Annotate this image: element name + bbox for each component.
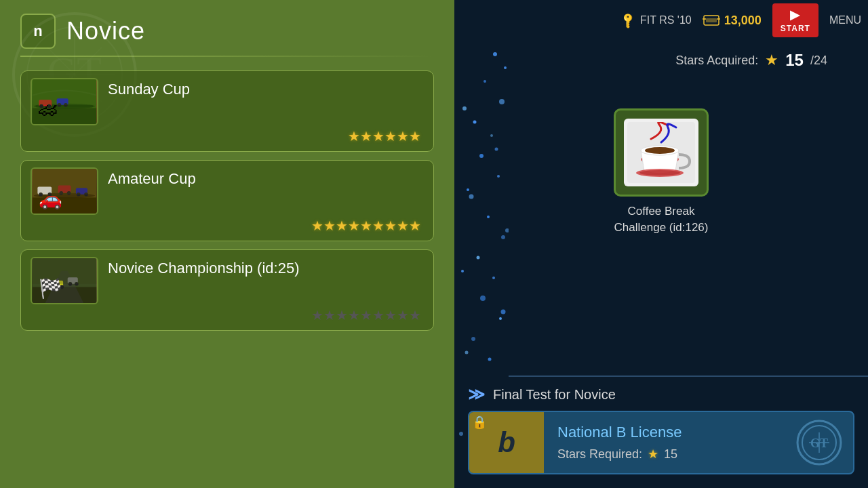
star-2-empty: ★ (323, 307, 336, 323)
svg-point-50 (471, 337, 475, 341)
svg-point-51 (488, 358, 492, 361)
star-3: ★ (372, 128, 384, 144)
top-bar: 🔑 FIT RS '10 13,000 ▶ START MENU (454, 0, 868, 41)
svg-point-31 (60, 285, 64, 289)
svg-point-42 (497, 175, 500, 178)
race-thumbnail-amateur (31, 167, 98, 215)
svg-point-57 (462, 106, 467, 110)
stars-acquired-count: 15 (785, 51, 804, 70)
stars-row-championship: ★ ★ ★ ★ ★ ★ ★ ★ ★ (31, 307, 424, 323)
svg-point-30 (52, 285, 56, 289)
svg-point-45 (501, 235, 505, 239)
coffee-icon-inner (624, 119, 698, 186)
final-test-header: ≫ Final Test for Novice (454, 377, 868, 411)
svg-point-58 (495, 148, 498, 151)
license-letter: b (498, 426, 515, 459)
coffee-break-area[interactable]: Coffee Break Challenge (id:126) (614, 108, 709, 236)
race-item-amateur[interactable]: Amateur Cup ★ ★ ★ ★ ★ ★ ★ ★ ★ (20, 160, 434, 241)
race-thumbnail-championship (31, 257, 98, 304)
svg-point-19 (47, 192, 52, 197)
license-name: National B License (557, 424, 782, 441)
star-6-empty: ★ (372, 307, 384, 323)
start-button[interactable]: ▶ START (772, 3, 818, 37)
race-item-top: Sunday Cup (31, 78, 424, 125)
double-chevron-icon: ≫ (468, 385, 485, 404)
svg-point-41 (479, 154, 484, 158)
left-panel: GT n Novice (0, 0, 454, 488)
race-name-sunday: Sunday Cup (108, 78, 424, 98)
svg-point-37 (484, 80, 486, 83)
start-label: START (781, 24, 810, 33)
star-5-empty: ★ (360, 307, 372, 323)
svg-point-48 (480, 296, 486, 301)
stars-row-sunday: ★ ★ ★ ★ ★ ★ (31, 128, 424, 144)
star-1-empty: ★ (311, 307, 323, 323)
svg-rect-26 (33, 169, 96, 195)
star-5: ★ (360, 218, 372, 234)
star-6: ★ (409, 128, 421, 144)
race-item-championship[interactable]: Novice Championship (id:25) ★ ★ ★ ★ ★ ★ … (20, 249, 434, 331)
star-8-empty: ★ (397, 307, 409, 323)
svg-point-44 (487, 216, 490, 218)
race-thumbnail-sunday (31, 78, 98, 125)
car-info: 🔑 FIT RS '10 (621, 14, 692, 27)
star-acquired-icon: ★ (765, 52, 778, 69)
star-3: ★ (336, 218, 348, 234)
coffee-break-icon-box[interactable] (614, 108, 709, 197)
menu-label[interactable]: MENU (829, 14, 861, 26)
stars-required-label: Stars Required: (557, 447, 642, 462)
right-panel: 🔑 FIT RS '10 13,000 ▶ START MENU Stars A… (454, 0, 868, 488)
license-card[interactable]: 🔒 b National B License Stars Required: ★… (468, 411, 854, 474)
star-7-empty: ★ (384, 307, 397, 323)
star-5: ★ (397, 128, 409, 144)
star-4-empty: ★ (348, 307, 360, 323)
coffee-break-label: Coffee Break Challenge (id:126) (614, 203, 709, 236)
svg-point-46 (477, 256, 480, 260)
license-icon-area: 🔒 b (469, 412, 544, 473)
svg-point-61 (461, 270, 464, 272)
coffee-cup-svg (627, 122, 695, 183)
star-4: ★ (348, 218, 360, 234)
svg-point-43 (469, 195, 474, 199)
star-2: ★ (323, 218, 336, 234)
svg-rect-13 (33, 79, 96, 105)
star-required-icon: ★ (648, 447, 658, 462)
race-item-sunday[interactable]: Sunday Cup ★ ★ ★ ★ ★ ★ (20, 70, 434, 152)
race-item-top-amateur: Amateur Cup (31, 167, 424, 215)
star-4: ★ (384, 128, 397, 144)
play-icon: ▶ (790, 7, 800, 22)
stars-required-count: 15 (664, 447, 677, 462)
svg-text:GT: GT (810, 436, 828, 450)
svg-point-60 (505, 228, 509, 232)
svg-rect-7 (39, 100, 52, 106)
race-item-top-championship: Novice Championship (id:25) (31, 257, 424, 304)
svg-point-39 (473, 121, 477, 124)
race-name-championship: Novice Championship (id:25) (108, 257, 424, 277)
star-9-empty: ★ (409, 307, 421, 323)
svg-point-56 (504, 66, 507, 69)
credits-info: 13,000 (703, 14, 762, 28)
star-8: ★ (397, 218, 409, 234)
svg-rect-67 (706, 18, 717, 22)
key-icon: 🔑 (618, 11, 637, 30)
stars-row-amateur: ★ ★ ★ ★ ★ ★ ★ ★ ★ (31, 218, 424, 234)
svg-point-8 (39, 104, 43, 108)
svg-point-47 (492, 277, 495, 279)
star-1: ★ (311, 218, 323, 234)
license-stars-required: Stars Required: ★ 15 (557, 447, 782, 462)
credits-amount: 13,000 (724, 14, 762, 28)
svg-point-38 (499, 99, 505, 104)
credits-icon (703, 14, 720, 27)
svg-point-18 (39, 192, 43, 197)
svg-point-75 (639, 170, 680, 176)
svg-point-9 (47, 104, 52, 108)
svg-point-59 (467, 188, 469, 191)
svg-rect-17 (37, 186, 52, 194)
star-6: ★ (372, 218, 384, 234)
svg-point-63 (465, 351, 469, 354)
svg-point-40 (490, 134, 493, 137)
svg-rect-35 (33, 258, 96, 284)
car-name: FIT RS '10 (640, 14, 692, 26)
race-name-amateur: Amateur Cup (108, 167, 424, 188)
svg-rect-15 (33, 197, 96, 214)
